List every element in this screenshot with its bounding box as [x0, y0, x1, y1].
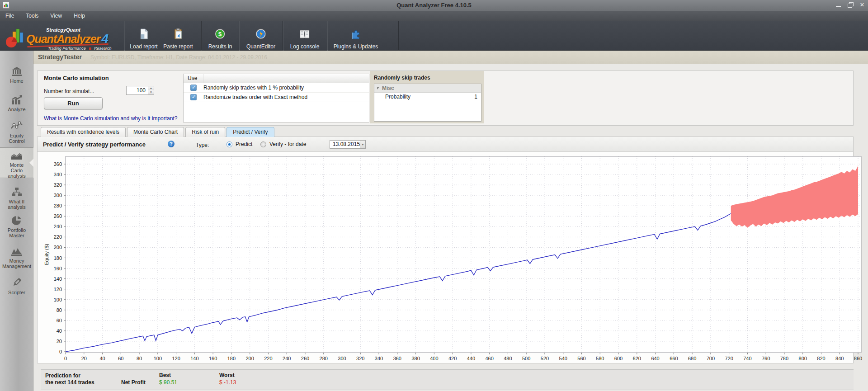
close-icon[interactable]: ✕: [859, 2, 865, 8]
monte-carlo-help-link[interactable]: What is Monte Carlo simulation and why i…: [44, 115, 177, 122]
log-console-label: Log console: [290, 43, 320, 50]
plugins-updates-button[interactable]: Plugins & Updates: [334, 27, 378, 50]
predict-radio[interactable]: [226, 141, 232, 147]
probability-row[interactable]: Probability 1: [374, 93, 481, 101]
analyze-icon: [11, 95, 23, 105]
sidebar-item-analyze[interactable]: Analyze: [0, 94, 33, 112]
misc-group-row[interactable]: Misc: [374, 84, 481, 93]
money-icon: [11, 246, 23, 256]
menu-file[interactable]: File: [5, 13, 14, 19]
brand-tagline: Trading PerformanceResearch: [48, 46, 111, 51]
svg-text:720: 720: [725, 356, 733, 361]
chevron-down-icon[interactable]: ▼: [360, 141, 365, 148]
table-row[interactable]: Randomly skip trades with 1 % probabilit…: [184, 83, 369, 93]
verify-radio-label: Verify - for date: [269, 141, 306, 147]
tab-predict-verify[interactable]: Predict / Verify: [226, 127, 274, 137]
svg-text:120: 120: [172, 356, 180, 361]
monte-carlo-icon: [10, 151, 23, 160]
svg-text:180: 180: [54, 255, 62, 261]
tab-monte-carlo-chart[interactable]: Monte Carlo Chart: [127, 127, 184, 137]
sidebar-item-scripter[interactable]: Scripter: [0, 277, 33, 295]
page-subtitle: Symbol: EURUSD, Timeframe: H1, Date Rang…: [90, 54, 267, 61]
svg-text:400: 400: [430, 356, 438, 361]
sidebar-item-home[interactable]: Home: [0, 66, 33, 84]
svg-text:280: 280: [320, 356, 328, 361]
minimize-icon[interactable]: [835, 2, 842, 8]
sidebar-item-equity-control[interactable]: Equity Control: [0, 120, 33, 144]
worst-label: Worst: [219, 372, 235, 378]
menu-tools[interactable]: Tools: [26, 13, 38, 19]
number-of-simulations-stepper[interactable]: 100 ▲▼: [126, 86, 154, 95]
log-console-button[interactable]: Log console: [290, 27, 320, 50]
verify-radio-option[interactable]: Verify - for date: [260, 141, 306, 147]
number-of-simulations-value[interactable]: 100: [127, 86, 148, 94]
quant-editor-button[interactable]: QuantEditor: [246, 27, 275, 50]
svg-text:680: 680: [688, 356, 696, 361]
svg-text:460: 460: [485, 356, 493, 361]
results-in-button[interactable]: $ Results in: [208, 27, 232, 50]
verify-radio[interactable]: [260, 141, 266, 147]
svg-text:340: 340: [54, 172, 62, 177]
menu-view[interactable]: View: [50, 13, 62, 19]
svg-text:100: 100: [154, 356, 162, 361]
menu-help[interactable]: Help: [74, 13, 85, 19]
stepper-up-icon[interactable]: ▲: [148, 86, 154, 90]
svg-text:160: 160: [54, 266, 62, 271]
svg-text:0: 0: [64, 356, 67, 361]
page-title: StrategyTester: [38, 53, 82, 61]
svg-text:660: 660: [670, 356, 678, 361]
sidebar-item-label: Equity Control: [0, 133, 33, 144]
predict-radio-label: Predict: [236, 141, 252, 147]
window-title: Quant Analyzer Free 4.10.5: [0, 2, 868, 9]
help-icon[interactable]: ?: [168, 141, 175, 147]
brand-logo: StrategyQuant QuantAnalyzer4 Trading Per…: [5, 24, 140, 50]
tab-risk-of-ruin[interactable]: Risk of ruin: [185, 127, 225, 137]
sidebar-item-monte-carlo[interactable]: Monte Carlo analysis: [0, 148, 33, 178]
collapse-triangle-icon: [377, 87, 380, 90]
load-report-button[interactable]: Load report: [130, 27, 157, 50]
predict-verify-panel: Predict / Verify strategy performance ? …: [37, 137, 854, 363]
what-if-icon: [11, 187, 22, 197]
paste-report-button[interactable]: Paste report: [163, 27, 193, 50]
svg-text:760: 760: [762, 356, 770, 361]
randomize-order-checkbox[interactable]: [190, 94, 197, 100]
predict-verify-toolbar: Predict / Verify strategy performance ? …: [38, 137, 853, 152]
skip-trades-checkbox[interactable]: [190, 85, 197, 91]
y-axis-title: Equity ($): [44, 244, 49, 265]
svg-text:60: 60: [118, 356, 123, 361]
svg-text:80: 80: [57, 307, 62, 313]
title-bar: Quant Analyzer Free 4.10.5 ✕: [0, 0, 868, 11]
sidebar-item-portfolio-master[interactable]: Portfolio Master: [0, 215, 33, 238]
svg-text:360: 360: [54, 161, 62, 167]
svg-text:0: 0: [59, 349, 62, 354]
svg-text:700: 700: [707, 356, 715, 361]
skip-trades-label: Randomly skip trades with 1 % probabilit…: [203, 85, 304, 91]
sidebar-item-what-if[interactable]: What If analysis: [0, 186, 33, 210]
table-row[interactable]: Randomize trades order with Exact method: [184, 93, 369, 102]
predict-radio-option[interactable]: Predict: [226, 141, 252, 147]
stepper-down-icon[interactable]: ▼: [148, 90, 154, 94]
probability-value[interactable]: 1: [474, 94, 481, 100]
svg-text:260: 260: [301, 356, 309, 361]
prediction-title-line2: the next 144 trades: [45, 379, 94, 386]
restore-icon[interactable]: [847, 2, 854, 8]
svg-text:600: 600: [614, 356, 623, 361]
svg-text:200: 200: [245, 356, 254, 361]
tab-results-confidence[interactable]: Results with confidence levels: [41, 127, 126, 137]
sidebar-item-label: What If analysis: [0, 199, 33, 210]
svg-text:500: 500: [522, 356, 530, 361]
worst-value: $ -1.13: [219, 379, 236, 386]
portfolio-icon: [11, 216, 22, 226]
brand-name: QuantAnalyzer: [26, 33, 100, 45]
monte-carlo-simulation-panel: Monte Carlo simulation Number for simula…: [37, 71, 854, 126]
svg-text:100: 100: [54, 297, 62, 302]
run-button[interactable]: Run: [44, 97, 103, 109]
svg-text:820: 820: [817, 356, 825, 361]
paste-report-icon: [173, 28, 184, 40]
randomly-skip-trades-panel: Randomly skip trades Misc Probability 1: [370, 71, 484, 123]
sidebar-item-label: Analyze: [0, 107, 33, 112]
net-profit-label: Net Profit: [121, 379, 146, 386]
sidebar-item-money-management[interactable]: Money Management: [0, 245, 33, 269]
date-select[interactable]: 13.08.2015 ▼: [330, 140, 366, 149]
svg-text:320: 320: [54, 182, 62, 188]
